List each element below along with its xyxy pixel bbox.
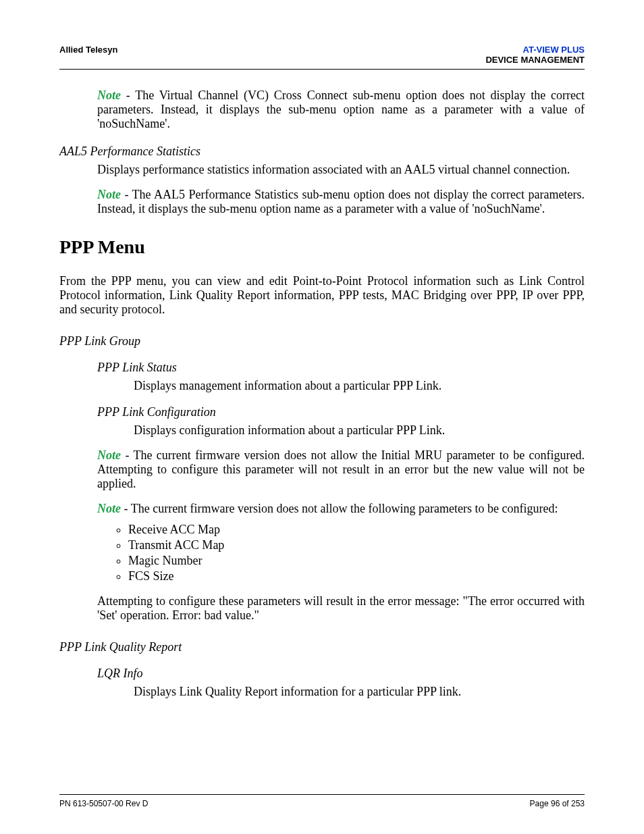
footer-rule [59,794,585,795]
header-left: Allied Telesyn [59,45,117,55]
ppp-link-config-desc: Displays configuration information about… [134,423,585,438]
aal5-title: AAL5 Performance Statistics [59,145,585,159]
note-mru: Note - The current firmware version does… [97,448,585,491]
note-label: Note [97,448,121,462]
note-mru-text: - The current firmware version does not … [97,448,585,490]
ppp-link-config-title: PPP Link Configuration [97,405,585,419]
page-body: Note - The Virtual Channel (VC) Cross Co… [59,88,585,699]
page-footer-wrap: PN 613-50507-00 Rev D Page 96 of 253 [59,794,585,808]
ppp-link-group-title: PPP Link Group [59,334,585,348]
footer-right: Page 96 of 253 [530,799,585,808]
note-aal5-text: - The AAL5 Performance Statistics sub-me… [97,188,585,215]
list-item: Receive ACC Map [128,523,585,537]
lqr-info-desc: Displays Link Quality Report information… [134,685,585,699]
ppp-link-status-desc: Displays management information about a … [134,379,585,393]
ppp-intro: From the PPP menu, you can view and edit… [59,274,585,317]
ppp-link-status-title: PPP Link Status [97,361,585,375]
header-product: AT-VIEW PLUS [485,45,585,55]
lqr-info-title: LQR Info [97,667,585,681]
header-rule [59,69,585,70]
page-footer: PN 613-50507-00 Rev D Page 96 of 253 [59,799,585,808]
params-list: Receive ACC Map Transmit ACC Map Magic N… [97,523,585,583]
note-params-text: - The current firmware version does not … [121,502,558,515]
page-header: Allied Telesyn AT-VIEW PLUS DEVICE MANAG… [59,45,585,65]
footer-left: PN 613-50507-00 Rev D [59,799,148,808]
note-label: Note [97,188,121,201]
note-label: Note [97,502,121,515]
note-aal5: Note - The AAL5 Performance Statistics s… [97,188,585,216]
note-label: Note [97,88,121,102]
note-vc-text: - The Virtual Channel (VC) Cross Connect… [97,88,585,130]
header-right: AT-VIEW PLUS DEVICE MANAGEMENT [485,45,585,65]
list-item: Magic Number [128,554,585,568]
list-item: Transmit ACC Map [128,538,585,552]
attempt-text: Attempting to configure these parameters… [97,594,585,623]
aal5-desc: Displays performance statistics informat… [97,163,585,177]
ppp-menu-heading: PPP Menu [59,236,585,258]
ppp-lqr-title: PPP Link Quality Report [59,640,585,654]
list-item: FCS Size [128,569,585,583]
note-vc-cross-connect: Note - The Virtual Channel (VC) Cross Co… [97,88,585,131]
note-params: Note - The current firmware version does… [97,502,585,516]
header-section: DEVICE MANAGEMENT [485,55,585,65]
